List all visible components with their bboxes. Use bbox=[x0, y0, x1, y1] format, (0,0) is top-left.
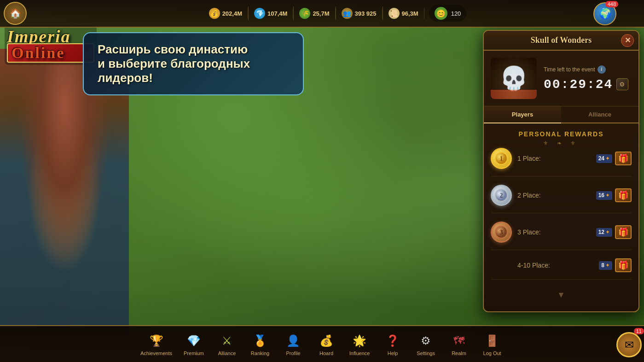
profile-icon: 👤 bbox=[285, 333, 302, 349]
reward-star-1: ✦ bbox=[605, 155, 610, 162]
reward-star-4-10: ✦ bbox=[605, 262, 610, 269]
logo-online: Online bbox=[12, 44, 65, 61]
alliance-label: Alliance bbox=[218, 350, 236, 356]
population-value: 393 925 bbox=[355, 10, 377, 17]
timer-section: Time left to the event i 00:29:24 ⚙ bbox=[544, 65, 632, 92]
medal-silver: 2 bbox=[491, 185, 512, 206]
medal-gold: 1 bbox=[491, 148, 512, 169]
place-label-3: 3 Place: bbox=[517, 228, 591, 236]
gems-value: 107,4M bbox=[267, 10, 287, 17]
happiness-icon: 😊 bbox=[435, 7, 447, 20]
realm-icon: 🗺 bbox=[451, 333, 467, 349]
nav-item-help[interactable]: ❓ Help bbox=[377, 330, 409, 358]
gold-icon: 💰 bbox=[209, 8, 220, 19]
profile-label: Profile bbox=[286, 350, 300, 356]
nav-item-achievements[interactable]: 🏆 Achievements bbox=[136, 330, 177, 358]
gold-value: 202,4M bbox=[222, 10, 242, 17]
gear-button[interactable]: ⚙ bbox=[616, 78, 628, 90]
food-value: 25,7M bbox=[313, 10, 329, 17]
logo-banner: Online bbox=[7, 43, 94, 63]
reward-items-3: 12 ✦ 🎁 bbox=[596, 225, 632, 239]
achievements-icon: 🏆 bbox=[148, 333, 165, 349]
help-label: Help bbox=[388, 350, 398, 356]
promo-banner: Расширь свою династию и выберите благоро… bbox=[83, 32, 304, 95]
reward-badge-1: 24 ✦ bbox=[596, 154, 612, 163]
timer-value: 00:29:24 bbox=[544, 77, 613, 92]
realm-label: Realm bbox=[452, 350, 466, 356]
svg-text:2: 2 bbox=[500, 192, 503, 199]
panel-header: Skull of Wonders ✕ bbox=[484, 31, 638, 51]
nav-item-premium[interactable]: 💎 Premium bbox=[178, 330, 210, 358]
scrolls-resource: 📜 96,3M bbox=[383, 8, 424, 19]
nav-item-influence[interactable]: 🌟 Influence bbox=[343, 330, 376, 358]
scroll-hint: ▼ bbox=[491, 288, 632, 304]
reward-star-2: ✦ bbox=[605, 192, 610, 199]
skull-image: 💀 bbox=[491, 58, 537, 99]
panel-close-button[interactable]: ✕ bbox=[621, 34, 634, 47]
mail-badge: 11 bbox=[634, 328, 644, 334]
svg-text:1: 1 bbox=[500, 155, 503, 162]
happiness-value: 120 bbox=[451, 10, 461, 17]
svg-text:3: 3 bbox=[500, 229, 503, 236]
hoard-label: Hoard bbox=[319, 350, 333, 356]
nav-item-alliance[interactable]: ⚔ Alliance bbox=[211, 330, 243, 358]
food-icon: 🌾 bbox=[299, 8, 310, 19]
alliance-icon: ⚔ bbox=[219, 333, 235, 349]
nav-item-realm[interactable]: 🗺 Realm bbox=[443, 330, 475, 358]
gold-resource: 💰 202,4M bbox=[203, 8, 248, 19]
panel-tabs: Players Alliance bbox=[484, 106, 638, 123]
chest-icon-3: 🎁 bbox=[615, 225, 632, 239]
reward-count-4-10: 8 bbox=[601, 262, 604, 269]
timer-label: Time left to the event i bbox=[544, 65, 632, 74]
logout-icon: 🚪 bbox=[484, 333, 500, 349]
reward-count-3: 12 bbox=[598, 229, 604, 235]
nav-item-ranking[interactable]: 🏅 Ranking bbox=[244, 330, 276, 358]
population-resource: 👥 393 925 bbox=[336, 8, 383, 19]
nav-item-logout[interactable]: 🚪 Log Out bbox=[476, 330, 508, 358]
home-button[interactable]: 🏠 bbox=[4, 2, 27, 25]
reward-count-1: 24 bbox=[598, 155, 604, 162]
panel-skull-section: 💀 Time left to the event i 00:29:24 ⚙ bbox=[484, 51, 638, 106]
reward-count-2: 16 bbox=[598, 192, 604, 199]
settings-label: Settings bbox=[417, 350, 435, 356]
rewards-ornament: ⚜ ❧ ⚜ bbox=[491, 140, 632, 147]
food-resource: 🌾 25,7M bbox=[294, 8, 335, 19]
nav-item-settings[interactable]: ⚙ Settings bbox=[410, 330, 442, 358]
chest-icon-1: 🎁 bbox=[615, 152, 632, 165]
resources-bar: 💰 202,4M 💎 107,4M 🌾 25,7M 👥 393 925 📜 96… bbox=[30, 5, 644, 22]
tab-players[interactable]: Players bbox=[484, 106, 561, 123]
reward-row-2nd: 2 2 Place: 16 ✦ 🎁 bbox=[491, 185, 632, 213]
medal-bronze: 3 bbox=[491, 222, 512, 243]
timer-display: 00:29:24 ⚙ bbox=[544, 77, 632, 92]
scrolls-value: 96,3M bbox=[402, 10, 418, 17]
reward-star-3: ✦ bbox=[605, 229, 610, 236]
rewards-title: PERSONAL REWARDS bbox=[491, 130, 632, 138]
nav-item-profile[interactable]: 👤 Profile bbox=[277, 330, 309, 358]
place-label-4-10: 4-10 Place: bbox=[517, 262, 593, 269]
premium-label: Premium bbox=[184, 350, 204, 356]
reward-badge-3: 12 ✦ bbox=[596, 228, 612, 237]
influence-label: Influence bbox=[349, 350, 370, 356]
skull-panel: Skull of Wonders ✕ 💀 Time left to the ev… bbox=[483, 30, 639, 312]
notification-badge: 448 bbox=[605, 1, 618, 7]
mail-button[interactable]: ✉ bbox=[616, 332, 642, 357]
logo-imperia: Imperia bbox=[7, 28, 94, 45]
nav-item-hoard[interactable]: 💰 Hoard bbox=[310, 330, 342, 358]
reward-row-1st: 1 1 Place: 24 ✦ 🎁 bbox=[491, 148, 632, 176]
reward-badge-2: 16 ✦ bbox=[596, 191, 612, 200]
population-icon: 👥 bbox=[342, 8, 353, 19]
logout-label: Log Out bbox=[483, 350, 501, 356]
achievements-label: Achievements bbox=[140, 350, 172, 356]
promo-line1: Расширь свою династию bbox=[98, 42, 289, 57]
rewards-section: PERSONAL REWARDS ⚜ ❧ ⚜ 1 1 Place: 24 ✦ 🎁 bbox=[484, 123, 638, 311]
influence-icon: 🌟 bbox=[351, 333, 368, 349]
place-label-1: 1 Place: bbox=[517, 155, 591, 162]
reward-row-4-10: 4-10 Place: 8 ✦ 🎁 bbox=[491, 258, 632, 280]
happiness-area: 😊 120 bbox=[429, 5, 467, 22]
tab-alliance[interactable]: Alliance bbox=[561, 106, 638, 123]
reward-badge-4-10: 8 ✦ bbox=[599, 261, 612, 270]
settings-icon: ⚙ bbox=[418, 333, 434, 349]
gems-resource: 💎 107,4M bbox=[249, 8, 293, 19]
info-button[interactable]: i bbox=[598, 65, 606, 74]
hoard-icon: 💰 bbox=[318, 333, 335, 349]
